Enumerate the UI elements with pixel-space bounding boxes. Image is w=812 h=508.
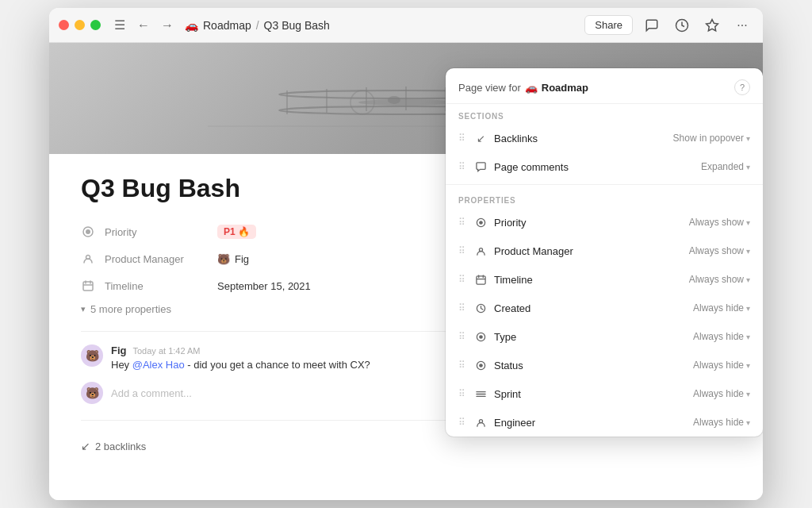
popover-divider	[446, 184, 763, 185]
svg-point-32	[479, 335, 483, 339]
drag-handle-type[interactable]: ⠿	[458, 331, 465, 342]
popover-row-product-manager[interactable]: ⠿ Product Manager Always show ▾	[446, 237, 763, 265]
drag-handle-sprint[interactable]: ⠿	[458, 388, 465, 399]
titlebar-controls: ☰ ← →	[110, 16, 177, 35]
priority-control-value: Always show	[689, 217, 744, 228]
more-actions-button[interactable]: ···	[731, 14, 753, 37]
message-icon[interactable]	[641, 14, 663, 37]
back-button[interactable]: ←	[134, 16, 153, 35]
svg-point-15	[388, 96, 400, 104]
engineer-prop-label: Engineer	[494, 417, 687, 429]
help-button[interactable]: ?	[734, 79, 750, 95]
backlinks-chevron-icon: ▾	[746, 134, 750, 143]
drag-handle-product-manager[interactable]: ⠿	[458, 245, 465, 256]
status-prop-label: Status	[494, 360, 687, 371]
priority-control[interactable]: Always show ▾	[689, 217, 750, 228]
backlinks-label[interactable]: 2 backlinks	[95, 441, 146, 452]
timeline-value[interactable]: September 15, 2021	[217, 280, 311, 292]
close-button[interactable]	[59, 20, 69, 30]
popover-title-prefix: Page view for	[458, 82, 521, 94]
backlinks-icon: ↙	[81, 440, 90, 452]
drag-handle-status[interactable]: ⠿	[458, 360, 465, 371]
forward-button[interactable]: →	[158, 16, 177, 35]
popover-page-icon: 🚗	[525, 82, 538, 94]
avatar: 🐻	[81, 344, 103, 367]
created-control[interactable]: Always hide ▾	[693, 302, 750, 314]
timeline-control[interactable]: Always show ▾	[689, 274, 750, 285]
created-control-value: Always hide	[693, 302, 744, 314]
type-prop-label: Type	[494, 331, 687, 343]
share-button[interactable]: Share	[584, 15, 633, 35]
history-icon[interactable]	[671, 14, 693, 37]
add-comment-avatar: 🐻	[81, 382, 103, 404]
titlebar-right: Share ···	[584, 14, 753, 37]
popover-title: Page view for 🚗 Roadmap	[458, 82, 588, 94]
popover-row-status[interactable]: ⠿ Status Always hide ▾	[446, 351, 763, 379]
page-view-popover: Page view for 🚗 Roadmap ? SECTIONS ⠿ ↙ B…	[446, 68, 763, 437]
svg-rect-19	[83, 282, 93, 291]
priority-icon	[81, 226, 95, 237]
product-manager-chevron-icon: ▾	[746, 247, 750, 256]
backlinks-control[interactable]: Show in popover ▾	[673, 133, 750, 144]
product-manager-value[interactable]: 🐻 Fig	[217, 253, 249, 265]
page-comments-row-label: Page comments	[494, 161, 695, 173]
timeline-prop-icon	[473, 272, 488, 287]
product-manager-prop-icon	[473, 244, 488, 258]
page-comments-row-icon	[473, 160, 488, 174]
traffic-lights	[59, 20, 101, 30]
page-comments-control-value: Expanded	[701, 161, 744, 172]
product-manager-icon	[81, 253, 95, 264]
sprint-control-value: Always hide	[693, 388, 744, 399]
product-manager-avatar: 🐻	[217, 253, 230, 265]
star-icon[interactable]	[701, 14, 723, 37]
timeline-chevron-icon: ▾	[746, 275, 750, 284]
sprint-control[interactable]: Always hide ▾	[693, 388, 750, 399]
drag-handle-priority[interactable]: ⠿	[458, 217, 465, 228]
page-comments-control[interactable]: Expanded ▾	[701, 161, 750, 172]
drag-handle-comments[interactable]: ⠿	[458, 161, 465, 172]
svg-point-24	[479, 221, 483, 225]
drag-handle-timeline[interactable]: ⠿	[458, 274, 465, 285]
product-manager-control[interactable]: Always show ▾	[689, 245, 750, 256]
created-chevron-icon: ▾	[746, 304, 750, 313]
hamburger-menu-button[interactable]: ☰	[110, 16, 129, 35]
product-manager-prop-label: Product Manager	[494, 245, 683, 257]
popover-row-timeline[interactable]: ⠿ Timeline Always show ▾	[446, 265, 763, 294]
comment-text-after: - did you get a chance to meet with CX?	[185, 359, 370, 371]
comment-time: Today at 1:42 AM	[133, 346, 201, 356]
backlinks-control-value: Show in popover	[673, 133, 744, 144]
status-control[interactable]: Always hide ▾	[693, 360, 750, 371]
engineer-chevron-icon: ▾	[746, 418, 750, 427]
popover-row-priority[interactable]: ⠿ Priority Always show ▾	[446, 208, 763, 237]
priority-badge[interactable]: P1 🔥	[217, 225, 256, 239]
created-prop-label: Created	[494, 302, 687, 314]
comment-author: Fig	[111, 344, 127, 356]
breadcrumb-current: Q3 Bug Bash	[264, 19, 330, 32]
status-chevron-icon: ▾	[746, 361, 750, 370]
drag-handle-created[interactable]: ⠿	[458, 302, 465, 314]
drag-handle-backlinks[interactable]: ⠿	[458, 133, 465, 144]
popover-row-backlinks[interactable]: ⠿ ↙ Backlinks Show in popover ▾	[446, 124, 763, 152]
type-control[interactable]: Always hide ▾	[693, 331, 750, 342]
svg-point-34	[479, 364, 483, 368]
backlinks-row-label: Backlinks	[494, 133, 667, 144]
comment-mention[interactable]: @Alex Hao	[132, 359, 185, 371]
popover-row-page-comments[interactable]: ⠿ Page comments Expanded ▾	[446, 152, 763, 181]
type-prop-icon	[473, 329, 488, 344]
product-manager-control-value: Always show	[689, 245, 744, 256]
status-prop-icon	[473, 358, 488, 372]
breadcrumb-icon: 🚗	[185, 19, 198, 32]
minimize-button[interactable]	[75, 20, 85, 30]
breadcrumb-parent[interactable]: Roadmap	[203, 19, 251, 32]
popover-row-engineer[interactable]: ⠿ Engineer Always hide ▾	[446, 408, 763, 437]
priority-prop-icon	[473, 215, 488, 229]
engineer-control[interactable]: Always hide ▾	[693, 417, 750, 428]
engineer-prop-icon	[473, 415, 488, 429]
drag-handle-engineer[interactable]: ⠿	[458, 417, 465, 428]
popover-row-created[interactable]: ⠿ Created Always hide ▾	[446, 294, 763, 322]
priority-value[interactable]: P1 🔥	[217, 225, 256, 239]
popover-row-sprint[interactable]: ⠿ Sprint Always hide ▾	[446, 379, 763, 408]
maximize-button[interactable]	[90, 20, 101, 30]
more-properties-label: 5 more properties	[90, 303, 171, 315]
popover-row-type[interactable]: ⠿ Type Always hide ▾	[446, 322, 763, 351]
